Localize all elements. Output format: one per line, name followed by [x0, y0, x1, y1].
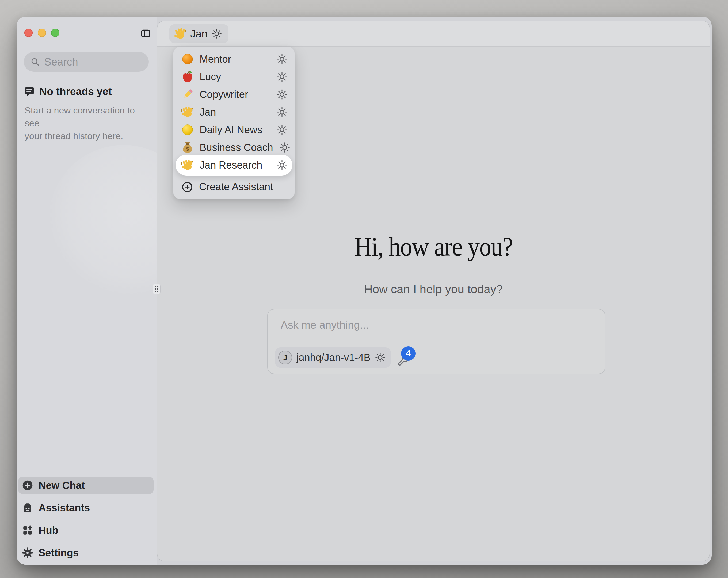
- tools-count-badge: 4: [401, 346, 416, 361]
- pencil-emoji-icon: [181, 88, 194, 101]
- sidebar-item-new-chat[interactable]: New Chat: [18, 477, 154, 494]
- assistant-dropdown-menu: Mentor Lucy Copywriter Jan Daily AI News: [173, 47, 295, 199]
- greeting-subtitle: How can I help you today?: [157, 282, 709, 296]
- assistant-menu-item-jan-research[interactable]: Jan Research: [176, 155, 292, 176]
- desktop-background: No threads yet Start a new conversation …: [0, 0, 728, 578]
- sidebar-footer-nav: New Chat Assistants Hub Settings: [18, 477, 154, 561]
- empty-state-title-row: No threads yet: [24, 85, 144, 97]
- search-icon: [30, 57, 40, 67]
- plus-circle-icon: [22, 480, 33, 491]
- nav-label: Assistants: [38, 502, 90, 514]
- message-composer[interactable]: J janhq/Jan-v1-4B 4: [267, 309, 605, 374]
- sidebar-resize-handle[interactable]: [153, 284, 160, 294]
- money-bag-emoji-icon: [181, 141, 194, 154]
- nav-label: New Chat: [38, 480, 85, 491]
- assistant-settings-gear-icon[interactable]: [211, 28, 222, 39]
- model-selector-chip[interactable]: J janhq/Jan-v1-4B: [275, 347, 391, 368]
- empty-threads-state: No threads yet Start a new conversation …: [24, 85, 144, 142]
- empty-state-description: Start a new conversation to see your thr…: [24, 104, 144, 142]
- chat-bubble-icon: [24, 86, 35, 97]
- assistant-selector-button[interactable]: Jan: [170, 24, 229, 43]
- assistant-menu-item-jan[interactable]: Jan: [173, 103, 294, 121]
- waving-hand-emoji-icon: [174, 27, 186, 40]
- yellow-circle-emoji-icon: [181, 124, 194, 136]
- search-input[interactable]: [44, 56, 142, 68]
- message-input[interactable]: [281, 319, 580, 331]
- toggle-sidebar-button[interactable]: [140, 28, 151, 39]
- assistant-item-settings-gear-icon[interactable]: [279, 142, 290, 153]
- model-avatar: J: [278, 351, 292, 365]
- waving-hand-emoji-icon: [181, 159, 194, 171]
- empty-state-title: No threads yet: [39, 85, 112, 97]
- assistant-menu-item-copywriter[interactable]: Copywriter: [173, 85, 294, 103]
- drag-dots-icon: [154, 285, 159, 293]
- assistant-item-settings-gear-icon[interactable]: [277, 71, 288, 82]
- sidebar-item-assistants[interactable]: Assistants: [18, 499, 154, 517]
- plus-circle-icon: [181, 181, 193, 193]
- red-apple-emoji-icon: [181, 71, 194, 83]
- waving-hand-emoji-icon: [181, 106, 194, 118]
- assistant-item-settings-gear-icon[interactable]: [277, 53, 288, 65]
- assistant-menu-item-mentor[interactable]: Mentor: [173, 50, 294, 68]
- assistant-menu-item-business-coach[interactable]: Business Coach: [173, 139, 294, 156]
- nav-label: Settings: [38, 547, 79, 559]
- assistant-item-settings-gear-icon[interactable]: [277, 89, 288, 100]
- main-topbar: Jan: [157, 21, 709, 47]
- assistant-menu-item-lucy[interactable]: Lucy: [173, 68, 294, 85]
- search-box[interactable]: [24, 52, 149, 72]
- zoom-window-button[interactable]: [51, 29, 59, 37]
- assistant-menu-item-daily-ai-news[interactable]: Daily AI News: [173, 121, 294, 139]
- assistants-icon: [22, 502, 33, 513]
- gear-icon: [22, 547, 33, 558]
- app-window: No threads yet Start a new conversation …: [17, 17, 712, 564]
- orange-circle-emoji-icon: [181, 53, 194, 65]
- sidebar-item-hub[interactable]: Hub: [18, 522, 154, 539]
- create-assistant-button[interactable]: Create Assistant: [173, 178, 294, 196]
- model-settings-gear-icon[interactable]: [375, 352, 386, 363]
- model-name: janhq/Jan-v1-4B: [296, 352, 370, 363]
- menu-separator: [173, 176, 294, 176]
- tools-button[interactable]: 4: [397, 353, 416, 369]
- minimize-window-button[interactable]: [38, 29, 46, 37]
- close-window-button[interactable]: [24, 29, 33, 37]
- sidebar: No threads yet Start a new conversation …: [17, 17, 157, 564]
- nav-label: Hub: [38, 525, 58, 536]
- assistant-item-settings-gear-icon[interactable]: [277, 159, 288, 171]
- assistant-item-settings-gear-icon[interactable]: [277, 106, 288, 118]
- hub-icon: [22, 525, 33, 536]
- sidebar-item-settings[interactable]: Settings: [18, 544, 154, 561]
- window-controls: [24, 29, 59, 37]
- current-assistant-name: Jan: [190, 28, 208, 40]
- sidebar-toggle-icon: [140, 28, 151, 39]
- greeting-title: Hi, how are you?: [157, 231, 709, 262]
- assistant-item-settings-gear-icon[interactable]: [277, 124, 288, 135]
